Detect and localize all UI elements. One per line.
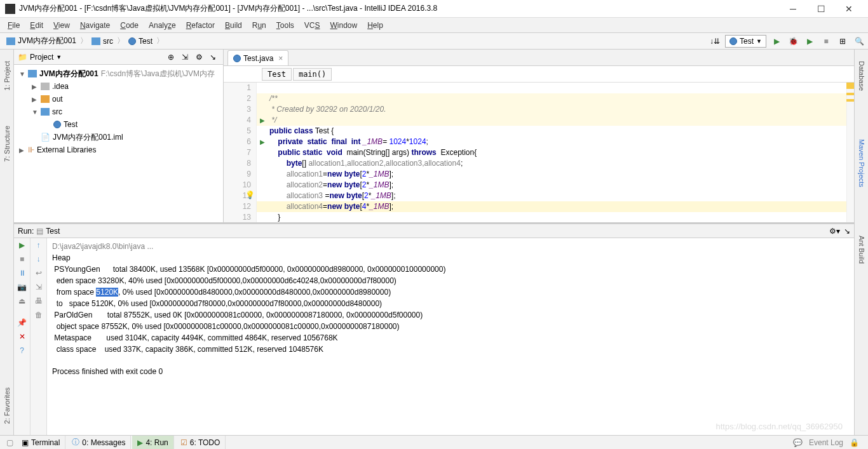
minimize-button[interactable]: ─: [787, 3, 799, 15]
expand-arrow-icon[interactable]: ▶: [32, 83, 38, 90]
tool-ant[interactable]: Ant Build: [858, 231, 865, 269]
make-button[interactable]: ↓⇊: [709, 35, 721, 48]
expand-arrow-icon[interactable]: ▼: [19, 70, 25, 77]
exit-button[interactable]: ⏏: [18, 297, 25, 305]
intention-bulb-icon[interactable]: 💡: [245, 191, 255, 199]
stop-button[interactable]: ■: [20, 255, 24, 264]
menu-refactor[interactable]: Refactor: [181, 20, 220, 31]
debug-button[interactable]: 🐞: [787, 35, 799, 48]
tree-external-libs[interactable]: ▶ ⊪ External Libraries: [14, 144, 223, 156]
code-line: */: [269, 116, 276, 124]
lock-icon[interactable]: 🔒: [850, 438, 859, 447]
editor-breadcrumb: Test main(): [224, 66, 854, 83]
menu-file[interactable]: File: [3, 20, 25, 31]
line-gutter[interactable]: 1234▶56▶78910111213: [224, 83, 257, 222]
up-button[interactable]: ↑: [37, 241, 41, 250]
breadcrumb-src[interactable]: src: [88, 36, 117, 47]
menu-vcs[interactable]: VCS: [299, 20, 325, 31]
menu-window[interactable]: Window: [325, 20, 362, 31]
titlebar: JVM内存分配001 - [F:\csdn博客\Java虚拟机\JVM内存分配0…: [0, 0, 868, 18]
clear-button[interactable]: 🗑: [35, 311, 43, 319]
console-selection: 5120K: [96, 288, 118, 297]
menu-run[interactable]: Run: [247, 20, 271, 31]
hide-button[interactable]: ↘: [207, 51, 219, 64]
expand-arrow-icon[interactable]: ▶: [19, 147, 25, 154]
menu-build[interactable]: Build: [220, 20, 247, 31]
breadcrumb-sep: 〉: [156, 36, 164, 46]
maximize-button[interactable]: ☐: [815, 3, 827, 15]
soft-wrap-button[interactable]: ↩: [36, 269, 42, 278]
tool-structure[interactable]: 7: Structure: [3, 121, 11, 167]
status-terminal[interactable]: ▣ Terminal: [17, 436, 65, 449]
menu-analyze[interactable]: Analyze: [144, 20, 181, 31]
console-output[interactable]: D:\java2\javajdk8.0\bin\java ... Heap PS…: [47, 238, 854, 435]
tool-database[interactable]: Database: [858, 56, 865, 96]
status-todo[interactable]: ☑ 6: TODO: [175, 436, 226, 449]
console-line: PSYoungGen total 38400K, used 13568K [0x…: [52, 265, 445, 274]
help-button[interactable]: ?: [20, 346, 24, 355]
project-tree[interactable]: ▼ JVM内存分配001 F:\csdn博客\Java虚拟机\JVM内存 ▶ .…: [14, 65, 223, 222]
status-icon[interactable]: ▢: [4, 438, 15, 447]
scroll-from-source-button[interactable]: ⊕: [165, 51, 177, 64]
pin-button[interactable]: 📌: [17, 318, 27, 327]
run-gutter-icon[interactable]: ▶: [260, 115, 265, 126]
pause-button[interactable]: ⏸: [18, 269, 26, 278]
editor-tab-test[interactable]: Test.java ×: [227, 50, 288, 65]
crumb-class[interactable]: Test: [262, 68, 292, 81]
close-tab-button[interactable]: ×: [278, 54, 283, 63]
code-content[interactable]: /** * Created by 30292 on 2020/1/20. */p…: [257, 83, 854, 222]
rerun-button[interactable]: ▶: [19, 241, 25, 250]
menu-edit[interactable]: Edit: [25, 20, 48, 31]
status-run[interactable]: ▶ 4: Run: [132, 436, 173, 449]
tree-out[interactable]: ▶ out: [14, 93, 223, 105]
status-messages[interactable]: ⓘ 0: Messages: [67, 436, 131, 449]
print-button[interactable]: 🖶: [35, 297, 43, 305]
run-gutter-icon[interactable]: ▶: [260, 137, 265, 147]
error-stripe[interactable]: [846, 83, 854, 222]
run-config-name: Test: [46, 227, 60, 236]
menu-tools[interactable]: Tools: [271, 20, 299, 31]
breadcrumb-file[interactable]: Test: [125, 36, 156, 47]
tab-label: Test.java: [243, 54, 273, 63]
tree-root[interactable]: ▼ JVM内存分配001 F:\csdn博客\Java虚拟机\JVM内存: [14, 67, 223, 80]
menu-navigate[interactable]: Navigate: [75, 20, 115, 31]
expand-arrow-icon[interactable]: ▼: [32, 109, 38, 116]
run-button[interactable]: ▶: [770, 35, 783, 48]
dump-button[interactable]: 📷: [17, 283, 27, 292]
window-title: JVM内存分配001 - [F:\csdn博客\Java虚拟机\JVM内存分配0…: [19, 3, 787, 14]
breadcrumb-root-label: JVM内存分配001: [18, 36, 76, 46]
hide-button[interactable]: ↘: [844, 227, 850, 236]
close-button[interactable]: ✕: [843, 3, 855, 15]
close-button[interactable]: ✕: [19, 332, 25, 341]
status-label: Terminal: [31, 438, 60, 447]
scroll-end-button[interactable]: ⇲: [36, 283, 42, 292]
crumb-method[interactable]: main(): [293, 68, 332, 81]
expand-arrow-icon[interactable]: ▶: [32, 96, 38, 103]
menu-help[interactable]: Help: [362, 20, 388, 31]
status-eventlog[interactable]: Event Log: [809, 438, 843, 447]
gear-icon[interactable]: ⚙: [193, 51, 205, 64]
chevron-down-icon[interactable]: ▼: [56, 54, 62, 60]
coverage-button[interactable]: ▶: [803, 35, 816, 48]
tree-src[interactable]: ▼ src: [14, 105, 223, 118]
stop-button[interactable]: ■: [820, 35, 832, 48]
tool-project[interactable]: 1: Project: [3, 56, 11, 95]
module-icon: [28, 70, 37, 77]
down-button[interactable]: ↓: [37, 255, 41, 264]
tree-test[interactable]: Test: [14, 118, 223, 131]
search-button[interactable]: 🔍: [853, 35, 865, 48]
run-config-selector[interactable]: Test ▼: [725, 35, 766, 48]
tree-idea[interactable]: ▶ .idea: [14, 80, 223, 93]
collapse-all-button[interactable]: ⇲: [179, 51, 191, 64]
tree-iml[interactable]: 📄 JVM内存分配001.iml: [14, 131, 223, 144]
code-editor[interactable]: 1234▶56▶78910111213 /** * Created by 302…: [224, 83, 854, 222]
eventlog-icon[interactable]: 💬: [793, 438, 803, 447]
menu-view[interactable]: View: [48, 20, 75, 31]
tool-favorites[interactable]: 2: Favorites: [3, 382, 11, 429]
gear-icon[interactable]: ⚙▾: [829, 227, 840, 236]
structure-button[interactable]: ⊞: [836, 35, 849, 48]
tool-maven[interactable]: Maven Projects: [858, 134, 865, 192]
menu-code[interactable]: Code: [115, 20, 144, 31]
breadcrumb-root[interactable]: JVM内存分配001: [3, 34, 80, 48]
code-line: /**: [269, 94, 278, 103]
